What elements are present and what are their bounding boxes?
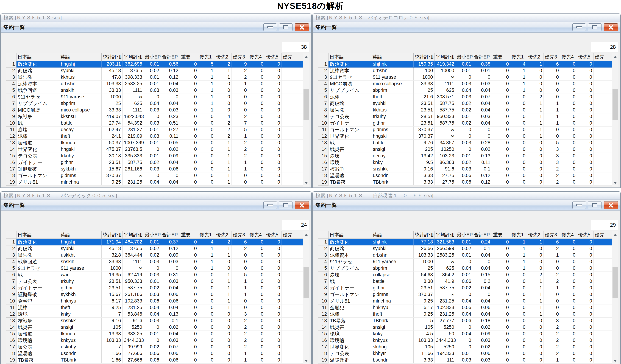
table-cell[interactable]: 3 (544, 153, 560, 159)
table-cell[interactable]: 45.18 (102, 245, 122, 252)
table-cell[interactable]: 0.11 (161, 133, 180, 139)
table-cell[interactable]: 0 (560, 331, 577, 337)
row-number-cell[interactable]: 18 (318, 172, 328, 179)
table-cell[interactable]: 4.5 (414, 331, 434, 337)
table-cell[interactable]: 0.04 (161, 179, 180, 185)
table-cell[interactable]: 戦 (17, 120, 59, 126)
table-cell[interactable]: 2583.25 (434, 252, 456, 258)
table-cell[interactable]: 0 (527, 344, 544, 350)
table-cell[interactable]: 0 (560, 317, 577, 324)
column-header[interactable]: 平均評価 (122, 231, 144, 239)
table-cell[interactable]: 核戦争 (17, 317, 59, 324)
table-cell[interactable]: 419.342 (434, 61, 456, 67)
table-cell[interactable]: 1 (215, 278, 232, 285)
table-cell[interactable]: 0.01 (456, 61, 473, 67)
table-cell[interactable]: 1 (215, 285, 232, 291)
scrollbar-track[interactable] (612, 239, 618, 357)
table-cell[interactable]: 1 (527, 239, 544, 246)
table-cell[interactable]: 0 (215, 107, 232, 113)
row-number-cell[interactable]: 12 (318, 133, 328, 139)
table-cell[interactable]: 0 (510, 337, 527, 344)
table-cell[interactable]: decay (371, 153, 414, 159)
column-header[interactable]: 優先1 (198, 231, 215, 239)
table-cell[interactable]: snsigi (371, 146, 414, 153)
table-cell[interactable]: 0.06 (473, 350, 492, 357)
table-cell[interactable]: mlnchna (59, 179, 102, 185)
table-cell[interactable]: 0 (492, 331, 510, 337)
table-row[interactable]: 16環境嘘knkyus103.333444.33300.03000200 (6, 337, 309, 344)
table-cell[interactable]: 0 (560, 94, 577, 100)
table-cell[interactable]: 環境 (328, 159, 371, 166)
table-cell[interactable]: 0 (248, 350, 265, 357)
table-cell[interactable]: 6.17 (414, 304, 434, 311)
row-number-cell[interactable]: 14 (6, 146, 17, 153)
table-cell[interactable]: 0.01 (456, 153, 473, 159)
table-cell[interactable]: 0 (180, 357, 198, 363)
table-cell[interactable]: 0 (144, 324, 161, 331)
table-cell[interactable]: 1.66 (102, 357, 122, 363)
table-cell[interactable]: 1 (198, 258, 215, 265)
row-number-cell[interactable]: 10 (6, 298, 17, 304)
table-cell[interactable]: 1 (510, 87, 527, 94)
table-cell[interactable]: 0 (232, 252, 248, 258)
table-cell[interactable]: 0 (510, 298, 527, 304)
table-cell[interactable]: 0 (248, 172, 265, 179)
table-cell[interactable]: 3444.333 (122, 337, 144, 344)
table-cell[interactable]: 27.666 (122, 357, 144, 363)
table-cell[interactable]: 1 (215, 146, 232, 153)
table-cell[interactable]: 0.09 (473, 331, 492, 337)
table-cell[interactable]: 証拠爆破 (17, 291, 59, 298)
table-row[interactable]: 14戦災害snsigi105525000.02000200 (6, 324, 309, 331)
table-cell[interactable]: 0.04 (144, 311, 161, 317)
table-cell[interactable]: 0.01 (144, 239, 161, 246)
table-cell[interactable]: 0 (198, 278, 215, 285)
table-cell[interactable]: 0 (577, 166, 594, 172)
table-cell[interactable]: 0 (232, 258, 248, 265)
table-cell[interactable]: 0 (180, 344, 198, 350)
table-cell[interactable]: 泥棒資本 (17, 81, 59, 87)
table-cell[interactable]: 0.03 (161, 278, 180, 285)
table-cell[interactable]: ∞ (434, 74, 456, 81)
table-cell[interactable]: 0 (265, 166, 282, 172)
table-cell[interactable]: theft (371, 94, 414, 100)
table-cell[interactable]: 0 (198, 113, 215, 120)
table-cell[interactable]: 0 (577, 120, 594, 126)
table-cell[interactable]: 0 (248, 298, 265, 304)
table-cell[interactable]: 0 (577, 271, 594, 278)
table-cell[interactable]: 26.66 (414, 245, 434, 252)
table-row[interactable]: 18テロ公表khhytr11.66194.3330.010.06000200 (318, 350, 618, 357)
minimize-button[interactable] (263, 201, 277, 209)
table-cell[interactable]: 0 (265, 239, 282, 246)
table-cell[interactable]: 7 (232, 120, 248, 126)
table-cell[interactable]: 崩壊 (328, 271, 371, 278)
table-cell[interactable]: 0 (248, 344, 265, 350)
table-cell[interactable]: 2 (544, 245, 560, 252)
table-cell[interactable]: 2 (232, 331, 248, 337)
table-cell[interactable]: 0 (248, 87, 265, 94)
table-cell[interactable]: 嘘報道 (17, 139, 59, 146)
table-cell[interactable]: 0.02 (161, 324, 180, 331)
table-cell[interactable]: decay (59, 126, 102, 133)
table-cell[interactable]: 0 (198, 139, 215, 146)
table-cell[interactable]: 1 (544, 357, 560, 363)
table-cell[interactable]: 1 (215, 291, 232, 298)
table-cell[interactable]: 54.392 (122, 120, 144, 126)
table-cell[interactable]: 0 (560, 252, 577, 258)
table-cell[interactable]: 0 (180, 113, 198, 120)
table-cell[interactable]: 0 (560, 153, 577, 159)
row-number-cell[interactable]: 9 (318, 113, 328, 120)
table-cell[interactable]: 環境 (328, 331, 371, 337)
table-cell[interactable]: 2 (544, 337, 560, 344)
table-cell[interactable]: sbprim (371, 87, 414, 94)
table-cell[interactable]: TBbhrk (371, 179, 414, 185)
table-cell[interactable]: 0 (560, 258, 577, 265)
table-cell[interactable]: 1 (527, 311, 544, 317)
table-cell[interactable]: サブプライム (17, 100, 59, 107)
column-header[interactable]: 最小EP (144, 53, 161, 61)
table-cell[interactable]: 0.02 (456, 120, 473, 126)
table-cell[interactable]: 5 (232, 271, 248, 278)
table-cell[interactable]: 587.75 (122, 285, 144, 291)
table-cell[interactable]: 0 (180, 139, 198, 146)
table-cell[interactable]: 23.51 (414, 100, 434, 107)
table-cell[interactable]: gldmns (371, 291, 414, 298)
